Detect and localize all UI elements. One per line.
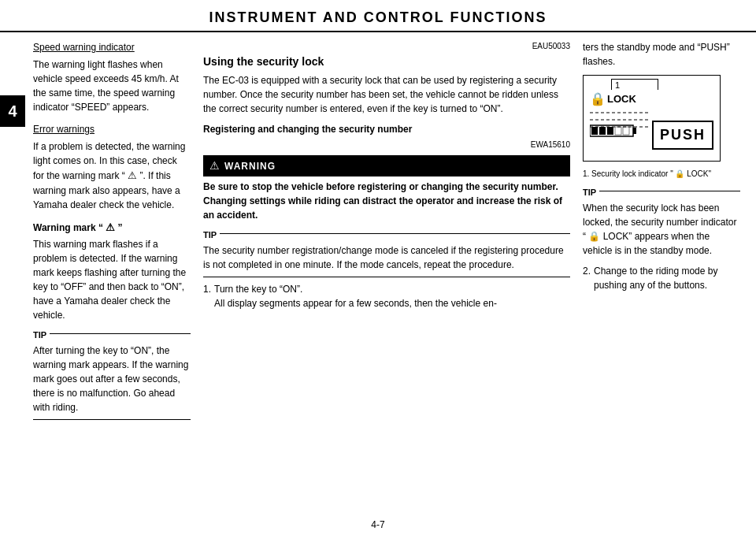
tip3-body: When the security lock has been locked, … bbox=[583, 201, 740, 258]
columns-container: Speed warning indicator The warning ligh… bbox=[25, 32, 756, 526]
middle-column: EAU50033 Using the security lock The EC-… bbox=[203, 40, 570, 518]
diagram-footnote: 1. Security lock indicator " 🔒 LOCK" bbox=[583, 168, 740, 180]
ewa-ref: EWA15610 bbox=[203, 139, 570, 150]
step1-item: 1. Turn the key to “ON”. All display seg… bbox=[203, 282, 570, 310]
registering-title: Registering and changing the security nu… bbox=[203, 122, 570, 136]
security-lock-title: Using the security lock bbox=[203, 54, 570, 70]
step2-number: 2. bbox=[583, 264, 591, 292]
tip3-rule bbox=[599, 191, 740, 191]
warning-body: Be sure to stop the vehicle before regis… bbox=[203, 180, 570, 222]
tip2-body: The security number registration/change … bbox=[203, 243, 570, 272]
tip3-section: TIP When the security lock has been lock… bbox=[583, 186, 740, 258]
tip1-label: TIP bbox=[33, 329, 46, 342]
warning-icon: ⚠ bbox=[209, 158, 220, 174]
error-warnings-title: Error warnings bbox=[33, 122, 191, 136]
step2-item: 2. Change to the riding mode by pushing … bbox=[583, 264, 740, 292]
diagram-footnote-text: 1. Security lock indicator " 🔒 LOCK" bbox=[583, 169, 711, 178]
step2-text: Change to the riding mode by pushing any… bbox=[594, 264, 740, 292]
left-divider bbox=[33, 419, 191, 420]
page-header: INSTRUMENT AND CONTROL FUNCTIONS bbox=[0, 0, 756, 32]
warning-triangle-icon: ⚠ bbox=[128, 169, 137, 181]
tip2-section: TIP The security number registration/cha… bbox=[203, 228, 570, 272]
tip2-label: TIP bbox=[203, 228, 217, 242]
step1-sub: All display segments appear for a few se… bbox=[214, 296, 497, 310]
tip1-section: TIP After turning the key to “ON”, the w… bbox=[33, 329, 191, 414]
warning-label: WARNING bbox=[224, 159, 276, 173]
continuation-text: ters the standby mode and “PUSH” flashes… bbox=[583, 40, 740, 69]
error-warnings-body: If a problem is detected, the warning li… bbox=[33, 139, 191, 212]
warning-mark-title: Warning mark “ ⚠ ” bbox=[33, 220, 191, 236]
content-area: 4 Speed warning indicator The warning li… bbox=[0, 32, 756, 526]
push-text: PUSH bbox=[660, 127, 706, 143]
step1-number: 1. bbox=[203, 282, 211, 310]
lock-diagram: 1 🔒 LOCK bbox=[583, 75, 721, 162]
step1-text: Turn the key to “ON”. bbox=[214, 282, 497, 296]
middle-divider bbox=[203, 277, 570, 277]
warning-mark-body: This warning mark flashes if a problem i… bbox=[33, 237, 191, 322]
tip3-header: TIP bbox=[583, 186, 740, 199]
tip1-body: After turning the key to “ON”, the warni… bbox=[33, 344, 191, 414]
push-box: PUSH bbox=[652, 121, 713, 150]
right-column: ters the standby mode and “PUSH” flashes… bbox=[583, 40, 740, 518]
step1-content: Turn the key to “ON”. All display segmen… bbox=[214, 282, 497, 310]
warning-mark-triangle: ⚠ bbox=[106, 221, 115, 233]
left-column: Speed warning indicator The warning ligh… bbox=[33, 40, 191, 518]
tip3-label: TIP bbox=[583, 186, 596, 199]
eau-ref: EAU50033 bbox=[203, 40, 570, 52]
tip1-rule bbox=[50, 333, 191, 334]
display-lines-svg bbox=[590, 109, 653, 132]
speed-warning-body: The warning light flashes when vehicle s… bbox=[33, 58, 191, 114]
tip2-header: TIP bbox=[203, 228, 570, 242]
lock-text: LOCK bbox=[607, 91, 636, 107]
chapter-tab: 4 bbox=[0, 95, 25, 127]
lock-icon-area: 🔒 LOCK bbox=[590, 90, 636, 109]
lock-icon: 🔒 bbox=[590, 90, 606, 109]
page-number: 4-7 bbox=[371, 519, 384, 530]
tip1-header: TIP bbox=[33, 329, 191, 342]
warning-box: ⚠ WARNING bbox=[203, 155, 570, 176]
page: INSTRUMENT AND CONTROL FUNCTIONS 4 Speed… bbox=[0, 0, 756, 535]
security-lock-body: The EC-03 is equipped with a security lo… bbox=[203, 73, 570, 116]
page-title: INSTRUMENT AND CONTROL FUNCTIONS bbox=[32, 9, 724, 26]
tip2-rule bbox=[220, 233, 570, 234]
speed-warning-title: Speed warning indicator bbox=[33, 40, 191, 54]
